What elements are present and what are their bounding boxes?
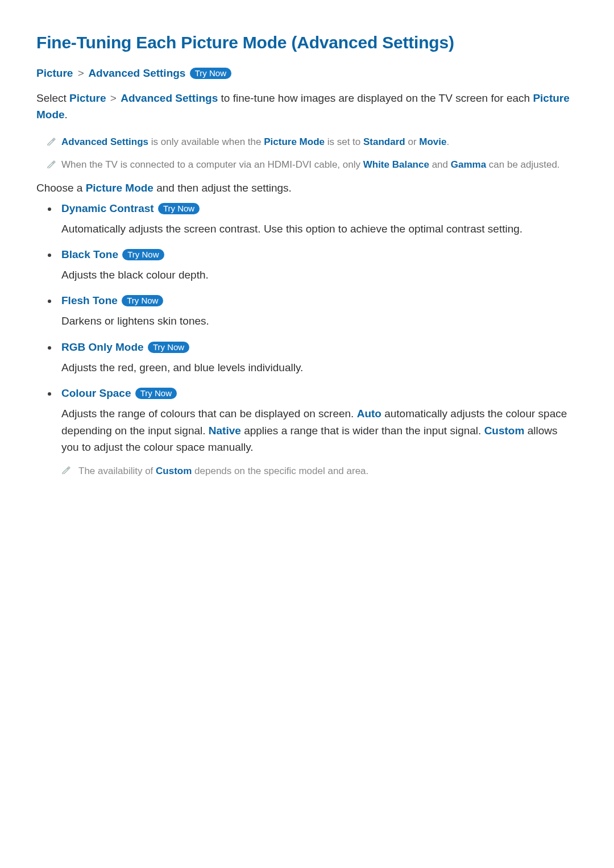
setting-description: Adjusts the black colour depth. [61,267,578,283]
setting-title: Colour Space Try Now [61,387,578,400]
keyword-custom: Custom [484,425,525,437]
intro-text: . [65,109,68,121]
setting-description: Adjusts the range of colours that can be… [61,405,578,455]
notes-list: Advanced Settings is only available when… [36,135,578,173]
note-item: Advanced Settings is only available when… [47,135,578,149]
lead-text: and then adjust the settings. [154,182,292,194]
setting-name: Colour Space [61,387,131,399]
setting-title: Black Tone Try Now [61,248,578,261]
subnote-text: The availability of [78,466,156,476]
try-now-button[interactable]: Try Now [122,295,163,306]
setting-item-colour-space: Colour Space Try Now Adjusts the range o… [47,387,578,479]
intro-paragraph: Select Picture > Advanced Settings to fi… [36,90,578,123]
note-text: . [446,136,449,147]
note-text: and [429,159,451,170]
sub-note: The availability of Custom depends on th… [61,464,578,479]
manual-page: Fine-Tuning Each Picture Mode (Advanced … [0,0,614,479]
keyword-picture-mode: Picture Mode [264,136,325,147]
setting-title: RGB Only Mode Try Now [61,341,578,354]
setting-item-dynamic-contrast: Dynamic Contrast Try Now Automatically a… [47,202,578,237]
setting-name: RGB Only Mode [61,341,144,353]
setting-name: Dynamic Contrast [61,202,154,214]
breadcrumb-part-advanced-settings: Advanced Settings [88,67,185,79]
try-now-button[interactable]: Try Now [148,342,189,353]
note-item: When the TV is connected to a computer v… [47,157,578,172]
keyword-native: Native [209,425,241,437]
subnote-text: depends on the specific model and area. [192,466,368,476]
keyword-movie: Movie [419,136,446,147]
note-icon [61,465,70,474]
keyword-advanced-settings: Advanced Settings [121,92,218,104]
try-now-button[interactable]: Try Now [122,249,164,260]
note-text: can be adjusted. [486,159,559,170]
keyword-picture-mode: Picture Mode [86,182,154,194]
breadcrumb-separator: > [76,67,86,79]
try-now-button[interactable]: Try Now [135,388,177,399]
setting-title: Flesh Tone Try Now [61,294,578,307]
setting-description: Adjusts the red, green, and blue levels … [61,359,578,376]
breadcrumb-separator: > [109,92,118,104]
keyword-white-balance: White Balance [363,159,429,170]
try-now-button[interactable]: Try Now [158,203,200,214]
keyword-auto: Auto [357,408,381,420]
page-title: Fine-Tuning Each Picture Mode (Advanced … [36,33,578,52]
keyword-custom: Custom [156,466,192,476]
lead-paragraph: Choose a Picture Mode and then adjust th… [36,182,578,194]
note-icon [47,136,56,146]
setting-name: Flesh Tone [61,294,118,306]
note-text: or [405,136,420,147]
keyword-picture: Picture [69,92,106,104]
setting-item-flesh-tone: Flesh Tone Try Now Darkens or lightens s… [47,294,578,329]
desc-text: Adjusts the range of colours that can be… [61,408,357,420]
desc-text: applies a range that is wider than the i… [241,425,484,437]
intro-text: Select [36,92,69,104]
setting-item-rgb-only-mode: RGB Only Mode Try Now Adjusts the red, g… [47,341,578,376]
keyword-gamma: Gamma [451,159,486,170]
setting-description: Automatically adjusts the screen contras… [61,221,578,237]
breadcrumb: Picture > Advanced Settings Try Now [36,67,578,80]
lead-text: Choose a [36,182,86,194]
breadcrumb-part-picture: Picture [36,67,73,79]
keyword-standard: Standard [363,136,405,147]
note-text: is set to [325,136,363,147]
note-text: is only available when the [148,136,264,147]
note-text: When the TV is connected to a computer v… [61,159,363,170]
note-icon [47,159,56,168]
keyword-advanced-settings: Advanced Settings [61,136,148,147]
settings-list: Dynamic Contrast Try Now Automatically a… [36,202,578,479]
setting-name: Black Tone [61,248,118,260]
try-now-button[interactable]: Try Now [190,68,231,79]
intro-text: to fine-tune how images are displayed on… [218,92,533,104]
setting-title: Dynamic Contrast Try Now [61,202,578,215]
setting-description: Darkens or lightens skin tones. [61,313,578,329]
setting-item-black-tone: Black Tone Try Now Adjusts the black col… [47,248,578,283]
